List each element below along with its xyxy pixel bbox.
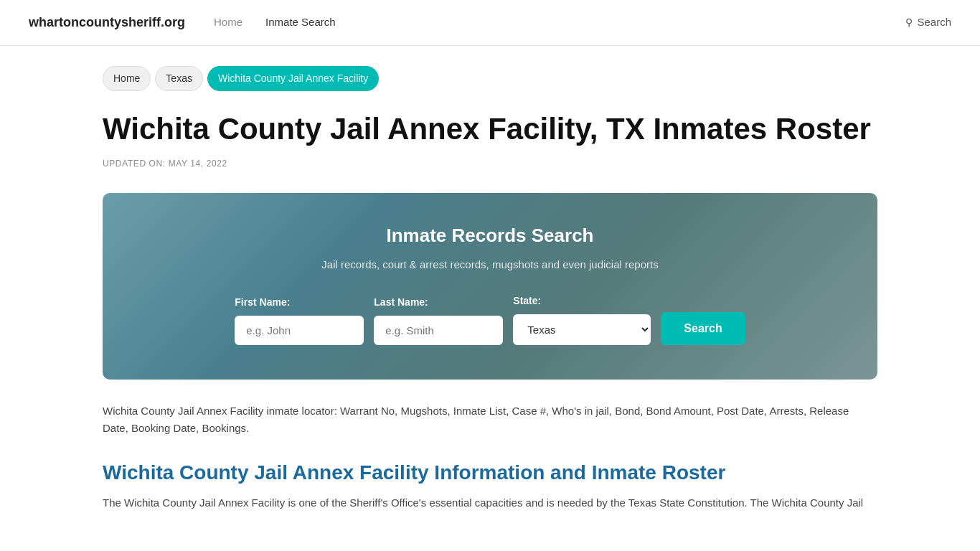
site-logo[interactable]: whartoncountysheriff.org bbox=[29, 13, 185, 32]
last-name-group: Last Name: bbox=[374, 295, 503, 345]
first-name-group: First Name: bbox=[235, 295, 364, 345]
state-label: State: bbox=[513, 293, 541, 309]
nav-links: Home Inmate Search bbox=[214, 14, 877, 31]
page-title: Wichita County Jail Annex Facility, TX I… bbox=[103, 111, 877, 147]
description-text: Wichita County Jail Annex Facility inmat… bbox=[103, 402, 877, 437]
section2-heading: Wichita County Jail Annex Facility Infor… bbox=[103, 460, 877, 486]
updated-prefix: UPDATED ON: bbox=[103, 159, 166, 169]
inmate-search-widget: Inmate Records Search Jail records, cour… bbox=[103, 193, 877, 380]
search-icon: ⚲ bbox=[905, 15, 913, 30]
state-group: State: Texas Alabama Alaska Arizona Cali… bbox=[513, 293, 651, 345]
first-name-label: First Name: bbox=[235, 295, 290, 310]
breadcrumb-facility[interactable]: Wichita County Jail Annex Facility bbox=[207, 66, 379, 91]
main-content: Home Texas Wichita County Jail Annex Fac… bbox=[74, 46, 906, 540]
search-form: First Name: Last Name: State: Texas Alab… bbox=[131, 293, 849, 345]
nav-search-label: Search bbox=[917, 14, 951, 31]
nav-inmate-search-link[interactable]: Inmate Search bbox=[265, 14, 336, 31]
state-select[interactable]: Texas Alabama Alaska Arizona California … bbox=[513, 314, 651, 345]
last-name-label: Last Name: bbox=[374, 295, 428, 310]
search-widget-title: Inmate Records Search bbox=[131, 222, 849, 250]
search-button[interactable]: Search bbox=[661, 312, 745, 345]
navbar: whartoncountysheriff.org Home Inmate Sea… bbox=[0, 0, 980, 46]
nav-home-link[interactable]: Home bbox=[214, 14, 242, 31]
breadcrumb: Home Texas Wichita County Jail Annex Fac… bbox=[103, 66, 877, 91]
search-widget-subtitle: Jail records, court & arrest records, mu… bbox=[131, 257, 849, 273]
breadcrumb-texas[interactable]: Texas bbox=[155, 66, 203, 91]
nav-search-trigger[interactable]: ⚲ Search bbox=[905, 14, 951, 31]
first-name-input[interactable] bbox=[235, 316, 364, 345]
updated-date: MAY 14, 2022 bbox=[169, 159, 227, 169]
updated-label: UPDATED ON: MAY 14, 2022 bbox=[103, 157, 877, 170]
section2-body: The Wichita County Jail Annex Facility i… bbox=[103, 494, 877, 512]
breadcrumb-home[interactable]: Home bbox=[103, 66, 151, 91]
last-name-input[interactable] bbox=[374, 316, 503, 345]
